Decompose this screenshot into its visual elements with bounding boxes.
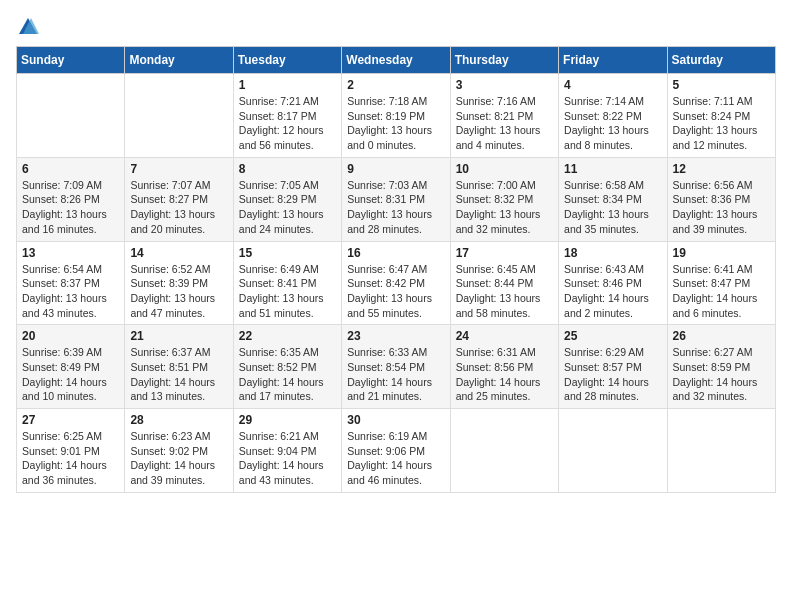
calendar-cell: 21Sunrise: 6:37 AMSunset: 8:51 PMDayligh… [125,325,233,409]
day-detail: Sunrise: 6:37 AMSunset: 8:51 PMDaylight:… [130,345,227,404]
day-detail: Sunrise: 6:56 AMSunset: 8:36 PMDaylight:… [673,178,770,237]
column-header-saturday: Saturday [667,47,775,74]
day-detail: Sunrise: 6:29 AMSunset: 8:57 PMDaylight:… [564,345,661,404]
day-number: 15 [239,246,336,260]
day-number: 18 [564,246,661,260]
calendar-cell: 17Sunrise: 6:45 AMSunset: 8:44 PMDayligh… [450,241,558,325]
day-number: 9 [347,162,444,176]
day-number: 26 [673,329,770,343]
calendar-cell [559,409,667,493]
column-header-friday: Friday [559,47,667,74]
day-number: 10 [456,162,553,176]
day-number: 23 [347,329,444,343]
day-detail: Sunrise: 6:47 AMSunset: 8:42 PMDaylight:… [347,262,444,321]
day-detail: Sunrise: 6:31 AMSunset: 8:56 PMDaylight:… [456,345,553,404]
day-number: 16 [347,246,444,260]
calendar-cell: 19Sunrise: 6:41 AMSunset: 8:47 PMDayligh… [667,241,775,325]
calendar-cell: 4Sunrise: 7:14 AMSunset: 8:22 PMDaylight… [559,74,667,158]
calendar-cell [17,74,125,158]
day-detail: Sunrise: 6:21 AMSunset: 9:04 PMDaylight:… [239,429,336,488]
day-detail: Sunrise: 7:09 AMSunset: 8:26 PMDaylight:… [22,178,119,237]
day-number: 21 [130,329,227,343]
day-number: 6 [22,162,119,176]
day-number: 8 [239,162,336,176]
day-detail: Sunrise: 6:54 AMSunset: 8:37 PMDaylight:… [22,262,119,321]
day-detail: Sunrise: 7:21 AMSunset: 8:17 PMDaylight:… [239,94,336,153]
day-detail: Sunrise: 6:25 AMSunset: 9:01 PMDaylight:… [22,429,119,488]
calendar-cell: 26Sunrise: 6:27 AMSunset: 8:59 PMDayligh… [667,325,775,409]
calendar-cell: 11Sunrise: 6:58 AMSunset: 8:34 PMDayligh… [559,157,667,241]
day-detail: Sunrise: 7:14 AMSunset: 8:22 PMDaylight:… [564,94,661,153]
calendar-cell: 5Sunrise: 7:11 AMSunset: 8:24 PMDaylight… [667,74,775,158]
day-number: 1 [239,78,336,92]
day-number: 14 [130,246,227,260]
calendar-cell: 7Sunrise: 7:07 AMSunset: 8:27 PMDaylight… [125,157,233,241]
day-number: 12 [673,162,770,176]
day-detail: Sunrise: 6:58 AMSunset: 8:34 PMDaylight:… [564,178,661,237]
calendar-cell: 6Sunrise: 7:09 AMSunset: 8:26 PMDaylight… [17,157,125,241]
calendar-cell: 13Sunrise: 6:54 AMSunset: 8:37 PMDayligh… [17,241,125,325]
day-detail: Sunrise: 7:11 AMSunset: 8:24 PMDaylight:… [673,94,770,153]
calendar-cell: 24Sunrise: 6:31 AMSunset: 8:56 PMDayligh… [450,325,558,409]
day-detail: Sunrise: 6:41 AMSunset: 8:47 PMDaylight:… [673,262,770,321]
day-detail: Sunrise: 7:03 AMSunset: 8:31 PMDaylight:… [347,178,444,237]
calendar-cell: 3Sunrise: 7:16 AMSunset: 8:21 PMDaylight… [450,74,558,158]
calendar-cell: 23Sunrise: 6:33 AMSunset: 8:54 PMDayligh… [342,325,450,409]
calendar-table: SundayMondayTuesdayWednesdayThursdayFrid… [16,46,776,493]
day-number: 3 [456,78,553,92]
day-detail: Sunrise: 7:05 AMSunset: 8:29 PMDaylight:… [239,178,336,237]
day-detail: Sunrise: 6:43 AMSunset: 8:46 PMDaylight:… [564,262,661,321]
column-header-sunday: Sunday [17,47,125,74]
logo-icon [17,16,39,38]
calendar-cell: 15Sunrise: 6:49 AMSunset: 8:41 PMDayligh… [233,241,341,325]
day-number: 2 [347,78,444,92]
calendar-cell [125,74,233,158]
column-header-thursday: Thursday [450,47,558,74]
day-detail: Sunrise: 6:39 AMSunset: 8:49 PMDaylight:… [22,345,119,404]
day-detail: Sunrise: 7:16 AMSunset: 8:21 PMDaylight:… [456,94,553,153]
calendar-cell: 29Sunrise: 6:21 AMSunset: 9:04 PMDayligh… [233,409,341,493]
day-number: 17 [456,246,553,260]
day-detail: Sunrise: 7:07 AMSunset: 8:27 PMDaylight:… [130,178,227,237]
calendar-cell: 20Sunrise: 6:39 AMSunset: 8:49 PMDayligh… [17,325,125,409]
day-number: 11 [564,162,661,176]
calendar-cell: 12Sunrise: 6:56 AMSunset: 8:36 PMDayligh… [667,157,775,241]
day-detail: Sunrise: 6:49 AMSunset: 8:41 PMDaylight:… [239,262,336,321]
calendar-cell: 10Sunrise: 7:00 AMSunset: 8:32 PMDayligh… [450,157,558,241]
day-detail: Sunrise: 6:33 AMSunset: 8:54 PMDaylight:… [347,345,444,404]
calendar-cell: 16Sunrise: 6:47 AMSunset: 8:42 PMDayligh… [342,241,450,325]
day-detail: Sunrise: 7:00 AMSunset: 8:32 PMDaylight:… [456,178,553,237]
day-number: 20 [22,329,119,343]
day-number: 28 [130,413,227,427]
calendar-cell: 25Sunrise: 6:29 AMSunset: 8:57 PMDayligh… [559,325,667,409]
column-header-tuesday: Tuesday [233,47,341,74]
page-header [16,16,776,34]
calendar-cell [667,409,775,493]
day-number: 27 [22,413,119,427]
day-detail: Sunrise: 6:23 AMSunset: 9:02 PMDaylight:… [130,429,227,488]
calendar-cell: 9Sunrise: 7:03 AMSunset: 8:31 PMDaylight… [342,157,450,241]
calendar-cell [450,409,558,493]
calendar-cell: 22Sunrise: 6:35 AMSunset: 8:52 PMDayligh… [233,325,341,409]
calendar-cell: 28Sunrise: 6:23 AMSunset: 9:02 PMDayligh… [125,409,233,493]
day-number: 22 [239,329,336,343]
calendar-cell: 8Sunrise: 7:05 AMSunset: 8:29 PMDaylight… [233,157,341,241]
day-detail: Sunrise: 6:19 AMSunset: 9:06 PMDaylight:… [347,429,444,488]
calendar-cell: 30Sunrise: 6:19 AMSunset: 9:06 PMDayligh… [342,409,450,493]
day-number: 30 [347,413,444,427]
calendar-cell: 27Sunrise: 6:25 AMSunset: 9:01 PMDayligh… [17,409,125,493]
day-number: 13 [22,246,119,260]
day-number: 25 [564,329,661,343]
day-detail: Sunrise: 6:27 AMSunset: 8:59 PMDaylight:… [673,345,770,404]
day-detail: Sunrise: 7:18 AMSunset: 8:19 PMDaylight:… [347,94,444,153]
column-header-monday: Monday [125,47,233,74]
day-number: 5 [673,78,770,92]
logo [16,16,40,34]
calendar-cell: 14Sunrise: 6:52 AMSunset: 8:39 PMDayligh… [125,241,233,325]
day-number: 24 [456,329,553,343]
calendar-cell: 1Sunrise: 7:21 AMSunset: 8:17 PMDaylight… [233,74,341,158]
column-header-wednesday: Wednesday [342,47,450,74]
day-number: 19 [673,246,770,260]
day-number: 7 [130,162,227,176]
day-detail: Sunrise: 6:35 AMSunset: 8:52 PMDaylight:… [239,345,336,404]
